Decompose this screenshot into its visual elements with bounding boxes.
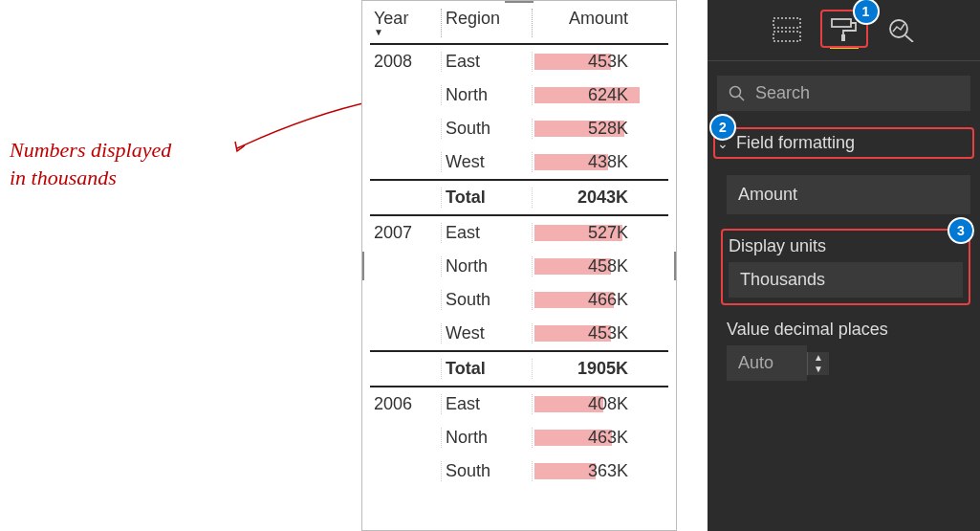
data-bar xyxy=(534,463,596,479)
callout-highlight-2 xyxy=(713,127,974,159)
cell-amount: 408K xyxy=(532,394,638,414)
search-icon xyxy=(729,85,746,102)
svg-rect-0 xyxy=(773,18,800,28)
header-region-label: Region xyxy=(446,9,500,28)
analytics-tab[interactable] xyxy=(887,17,916,49)
fields-icon xyxy=(773,17,801,42)
cell-amount: 466K xyxy=(532,290,638,310)
amount-text: 453K xyxy=(588,52,628,71)
decimal-places-input[interactable]: Auto xyxy=(727,345,807,381)
field-selected-label: Amount xyxy=(738,185,797,204)
field-dropdown[interactable]: Amount xyxy=(727,175,970,214)
table-row[interactable]: 2007East527K xyxy=(370,216,668,250)
cell-total-label: Total xyxy=(441,359,532,379)
annotation-text: Numbers displayed in thousands xyxy=(10,137,171,191)
cell-region: North xyxy=(441,85,532,105)
callout-badge-1: 1 xyxy=(853,0,880,25)
stepper-up-button[interactable]: ▲ xyxy=(808,352,829,364)
amount-text: 363K xyxy=(588,461,628,480)
display-units-value: Thousands xyxy=(740,270,825,289)
cell-amount: 528K xyxy=(532,119,638,139)
matrix-visual[interactable]: Year ▼ Region Amount 2008East453KNorth62… xyxy=(361,0,677,531)
table-row[interactable]: North463K xyxy=(370,421,668,454)
cell-year: 2007 xyxy=(370,223,441,243)
table-row[interactable]: 2006East408K xyxy=(370,387,668,421)
cell-region: North xyxy=(441,428,532,448)
cell-region: West xyxy=(441,323,532,343)
decimal-places-value: Auto xyxy=(738,353,773,372)
decimal-stepper: ▲ ▼ xyxy=(807,352,829,375)
table-row[interactable]: 2008East453K xyxy=(370,45,668,78)
stepper-down-button[interactable]: ▼ xyxy=(808,364,829,375)
display-units-group: 3 Display units Thousands xyxy=(721,229,970,305)
decimal-places-group: Value decimal places Auto ▲ ▼ xyxy=(727,320,970,381)
section-field-formatting[interactable]: 2 ⌄ Field formatting xyxy=(708,125,980,161)
table-row[interactable]: North624K xyxy=(370,78,668,112)
cell-amount: 624K xyxy=(532,85,638,105)
svg-point-6 xyxy=(730,86,741,97)
table-row[interactable]: South363K xyxy=(370,454,668,488)
callout-badge-3: 3 xyxy=(947,217,974,244)
cell-region: East xyxy=(441,394,532,414)
cell-region: West xyxy=(441,152,532,172)
table-total-row[interactable]: Total1905K xyxy=(370,350,668,387)
cell-region: South xyxy=(441,461,532,481)
header-year-label: Year xyxy=(374,9,408,29)
cell-region: East xyxy=(441,52,532,72)
format-tab[interactable]: 1 xyxy=(830,17,859,49)
svg-line-7 xyxy=(739,96,744,100)
amount-text: 466K xyxy=(588,290,628,309)
display-units-dropdown[interactable]: Thousands xyxy=(729,262,963,298)
table-header-row: Year ▼ Region Amount xyxy=(370,9,668,45)
cell-total-amount: 1905K xyxy=(532,359,638,379)
resize-handle-left[interactable] xyxy=(361,252,364,280)
svg-rect-1 xyxy=(773,32,800,41)
cell-amount: 363K xyxy=(532,461,638,481)
amount-text: 408K xyxy=(588,394,628,413)
display-units-label: Display units xyxy=(729,236,963,256)
table-row[interactable]: South466K xyxy=(370,283,668,317)
pane-tabs: 1 xyxy=(708,0,980,61)
table-row[interactable]: West438K xyxy=(370,145,668,179)
column-header-region[interactable]: Region xyxy=(441,9,532,37)
cell-total-label: Total xyxy=(441,188,532,208)
column-header-year[interactable]: Year ▼ xyxy=(370,9,441,37)
amount-text: 438K xyxy=(588,152,628,171)
annotation-line1: Numbers displayed xyxy=(10,138,171,162)
cell-region: South xyxy=(441,119,532,139)
table-row[interactable]: West453K xyxy=(370,317,668,350)
amount-text: 458K xyxy=(588,256,628,276)
cell-amount: 463K xyxy=(532,428,638,448)
cell-year: 2008 xyxy=(370,52,441,72)
amount-text: 463K xyxy=(588,428,628,447)
fields-tab[interactable] xyxy=(773,17,801,49)
cell-amount: 458K xyxy=(532,256,638,277)
amount-text: 453K xyxy=(588,323,628,343)
header-amount-label: Amount xyxy=(569,9,628,28)
amount-text: 528K xyxy=(588,119,628,138)
table-total-row[interactable]: Total2043K xyxy=(370,179,668,216)
resize-handle-top[interactable] xyxy=(505,0,534,3)
cell-amount: 438K xyxy=(532,152,638,172)
search-input[interactable]: Search xyxy=(717,76,970,111)
format-pane: 1 Search 2 ⌄ Field formatting Amo xyxy=(708,0,980,531)
table-row[interactable]: South528K xyxy=(370,112,668,145)
cell-region: South xyxy=(441,290,532,310)
decimal-places-label: Value decimal places xyxy=(727,320,970,340)
callout-badge-2: 2 xyxy=(709,114,736,141)
column-header-amount[interactable]: Amount xyxy=(532,9,638,37)
cell-region: North xyxy=(441,256,532,277)
analytics-icon xyxy=(887,17,916,42)
cell-year: 2006 xyxy=(370,394,441,414)
resize-handle-right[interactable] xyxy=(674,252,677,280)
amount-text: 624K xyxy=(588,85,628,104)
cell-amount: 453K xyxy=(532,323,638,343)
svg-line-5 xyxy=(905,35,913,42)
amount-text: 527K xyxy=(588,223,628,242)
sort-arrow-icon[interactable]: ▼ xyxy=(374,27,383,37)
table-body: 2008East453KNorth624KSouth528KWest438KTo… xyxy=(370,45,668,488)
cell-amount: 527K xyxy=(532,223,638,243)
table-row[interactable]: North458K xyxy=(370,250,668,283)
cell-amount: 453K xyxy=(532,52,638,72)
cell-total-amount: 2043K xyxy=(532,188,638,208)
